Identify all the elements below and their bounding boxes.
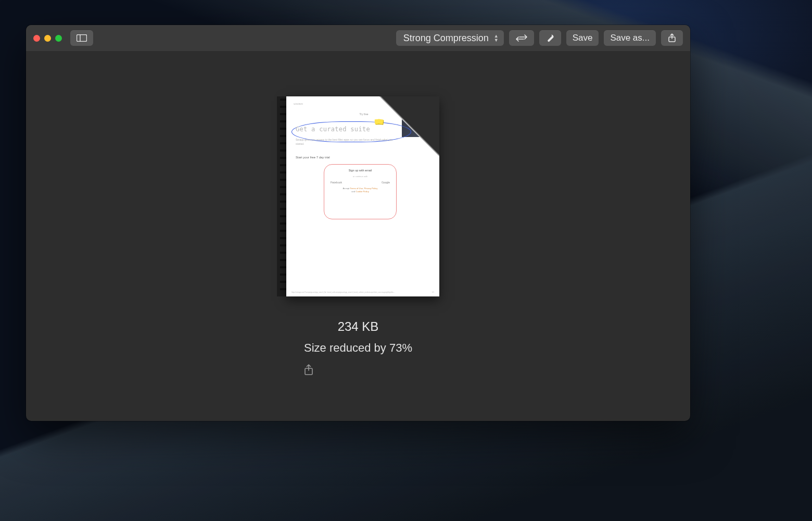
save-as-button[interactable]: Save as... [604,30,656,46]
doc-trial: Start your free 7 day trial [296,156,330,159]
result-stats: 234 KB Size reduced by 73% [304,306,412,376]
signup-title: Sign up with email [349,169,372,172]
share-icon [668,33,676,43]
save-button-label: Save [573,33,593,43]
titlebar: Strong Compression ▲▼ Save [26,25,690,51]
minimize-window-button[interactable] [44,35,51,42]
share-result-button[interactable] [304,364,412,376]
red-rounded-annotation: Sign up with email or continue with Face… [324,164,397,219]
toggle-sidebar-button[interactable] [70,30,93,46]
close-window-button[interactable] [33,35,40,42]
signup-google: Google [382,181,390,184]
signup-continue: or continue with [353,175,367,178]
swap-button[interactable] [509,30,534,46]
share-icon [304,364,313,376]
compression-level-label: Strong Compression [403,33,489,44]
document-preview[interactable]: 5/26/2020 Setapp | The best apps for Mac… [277,96,439,296]
share-button[interactable] [661,30,683,46]
reduction-label: Size reduced by 73% [304,341,412,355]
document-page: 5/26/2020 Setapp | The best apps for Mac… [286,96,439,296]
swap-arrows-icon [515,34,528,42]
signup-terms: Accept Terms of Use, Privacy Policy and … [343,187,378,194]
doc-footer-url: https://setapp.com/?campaign=setapp_sear… [291,291,395,293]
toolbar-right: Strong Compression ▲▼ Save [396,30,683,46]
save-button[interactable]: Save [566,30,599,46]
select-stepper-icon: ▲▼ [494,34,499,42]
signup-facebook: Facebook [331,181,342,184]
tools-button[interactable] [539,30,561,46]
window-controls [33,35,62,42]
app-window: Strong Compression ▲▼ Save [26,25,690,421]
wrench-icon [545,33,555,43]
sticky-note-annotation [375,117,383,126]
sidebar-icon [77,34,87,42]
doc-headline: Get a curated suite [296,126,370,133]
doc-date: 5/26/2020 [294,103,303,105]
doc-page-number: 1/1 [432,291,434,293]
compression-level-select[interactable]: Strong Compression ▲▼ [396,30,504,46]
doc-subtext: Setapp gives you access to the best Mac … [296,138,395,146]
zoom-window-button[interactable] [55,35,62,42]
save-as-button-label: Save as... [610,33,650,43]
file-size-label: 234 KB [304,319,412,334]
content-area: 5/26/2020 Setapp | The best apps for Mac… [26,51,690,421]
svg-rect-0 [77,35,87,42]
